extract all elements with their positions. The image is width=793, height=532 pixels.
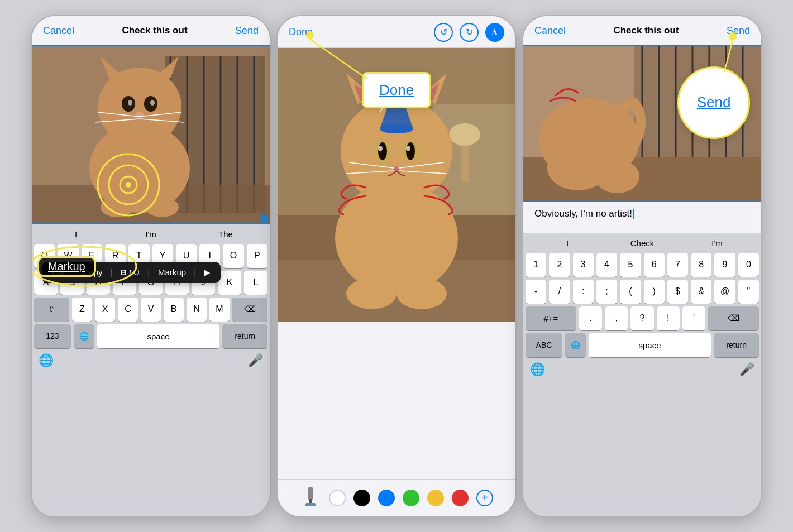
mic-icon-1[interactable]: 🎤 — [248, 353, 263, 368]
keyboard-3-row-1: 1 2 3 4 5 6 7 8 9 0 — [526, 253, 759, 277]
key-globe-3[interactable]: 🌐 — [565, 333, 586, 357]
key-question[interactable]: ? — [630, 306, 653, 330]
svg-point-78 — [595, 160, 639, 193]
key-return-3[interactable]: return — [714, 333, 759, 357]
key-c[interactable]: C — [118, 298, 138, 322]
marker-button[interactable]: 𝐀 — [485, 23, 504, 42]
svg-point-58 — [380, 124, 413, 133]
key-v[interactable]: V — [141, 298, 161, 322]
format-button[interactable]: B I U — [115, 262, 145, 282]
key-z[interactable]: Z — [72, 298, 92, 322]
undo-button[interactable]: ↺ — [434, 23, 453, 42]
key-space[interactable]: space — [97, 324, 220, 348]
key-2[interactable]: 2 — [549, 253, 570, 277]
key-space-3[interactable]: space — [589, 333, 711, 357]
keyboard-row-4: 123 🌐 space return — [34, 324, 267, 348]
key-dash[interactable]: - — [526, 280, 546, 304]
key-delete[interactable]: ⌫ — [232, 298, 267, 322]
suggestion-1[interactable]: I — [39, 229, 113, 239]
key-globe[interactable]: 🌐 — [74, 324, 94, 348]
key-k[interactable]: K — [218, 271, 241, 295]
cancel-button-1[interactable]: Cancel — [43, 25, 74, 37]
send-button-1[interactable]: Send — [235, 25, 259, 37]
key-slash[interactable]: / — [549, 280, 570, 304]
key-quote[interactable]: " — [738, 280, 759, 304]
svg-point-16 — [150, 100, 155, 106]
suggestion-3-3[interactable]: I'm — [680, 238, 754, 248]
key-dollar[interactable]: $ — [667, 280, 688, 304]
phone-2: Done ↺ ↻ 𝐀 — [276, 15, 517, 517]
key-colon[interactable]: : — [573, 280, 594, 304]
color-green[interactable] — [403, 490, 419, 506]
suggestion-3-1[interactable]: I — [530, 238, 605, 248]
send-button-3[interactable]: Send — [727, 25, 750, 37]
key-1[interactable]: 1 — [526, 253, 546, 277]
globe-icon-1[interactable]: 🌐 — [39, 353, 54, 368]
key-apostrophe[interactable]: ' — [682, 306, 705, 330]
top-bar-3: Cancel Check this out Send — [523, 16, 761, 45]
key-comma[interactable]: , — [605, 306, 628, 330]
key-semicolon[interactable]: ; — [596, 280, 617, 304]
keyboard-3: I Check I'm 1 2 3 4 5 6 7 8 9 0 - / : ; … — [523, 233, 761, 516]
key-lparen[interactable]: ( — [620, 280, 641, 304]
key-9[interactable]: 9 — [714, 253, 735, 277]
title-3: Check this out — [613, 25, 679, 36]
done-button[interactable]: Done — [289, 26, 313, 38]
key-7[interactable]: 7 — [667, 253, 688, 277]
key-abc[interactable]: ABC — [526, 333, 562, 357]
markup-button[interactable]: Markup — [152, 262, 192, 282]
key-return[interactable]: return — [222, 324, 267, 348]
color-black[interactable] — [353, 490, 370, 506]
key-3[interactable]: 3 — [573, 253, 594, 277]
keyboard-3-row-3: #+= . , ? ! ' ⌫ — [526, 306, 759, 330]
suggestion-3-2[interactable]: Check — [605, 238, 680, 248]
key-8[interactable]: 8 — [691, 253, 711, 277]
mic-icon-3[interactable]: 🎤 — [739, 362, 754, 377]
keyboard-bottom-3: 🌐 🎤 — [526, 360, 759, 378]
color-red[interactable] — [452, 490, 469, 506]
key-p[interactable]: P — [247, 244, 267, 268]
color-white[interactable] — [329, 490, 346, 506]
globe-icon-3[interactable]: 🌐 — [530, 362, 545, 377]
cancel-button-3[interactable]: Cancel — [534, 25, 566, 37]
key-b[interactable]: B — [164, 298, 184, 322]
key-amp[interactable]: & — [691, 280, 711, 304]
color-blue[interactable] — [378, 490, 395, 506]
done-popup-label: Done — [379, 82, 414, 98]
key-shift[interactable]: ⇧ — [34, 298, 69, 322]
message-text: Obviously, I'm no artist! — [534, 208, 632, 219]
message-text-area[interactable]: Obviously, I'm no artist! — [523, 202, 761, 233]
suggestion-2[interactable]: I'm — [113, 229, 188, 239]
key-x[interactable]: X — [95, 298, 115, 322]
keyboard-suggestions-1: I I'm The — [34, 227, 267, 241]
cut-button[interactable]: Cut — [46, 262, 70, 282]
key-6[interactable]: 6 — [644, 253, 665, 277]
key-4[interactable]: 4 — [596, 253, 617, 277]
key-o[interactable]: O — [223, 244, 243, 268]
svg-point-49 — [406, 146, 410, 151]
key-m[interactable]: M — [209, 298, 230, 322]
brush-tool-button[interactable] — [300, 487, 321, 509]
key-delete-3[interactable]: ⌫ — [708, 306, 759, 330]
more-button[interactable]: ▶ — [198, 262, 216, 283]
key-rparen[interactable]: ) — [644, 280, 665, 304]
cat-svg-1 — [32, 45, 270, 224]
key-n[interactable]: N — [187, 298, 207, 322]
add-color-button[interactable]: + — [476, 490, 493, 506]
svg-point-29 — [260, 214, 268, 222]
done-popup: Done — [362, 72, 431, 108]
redo-button[interactable]: ↻ — [460, 23, 479, 42]
key-5[interactable]: 5 — [620, 253, 641, 277]
key-l[interactable]: L — [244, 271, 267, 295]
color-yellow[interactable] — [427, 490, 444, 506]
key-hashplus[interactable]: #+= — [526, 306, 576, 330]
svg-point-56 — [396, 278, 447, 309]
image-area-1 — [32, 45, 270, 224]
key-at[interactable]: @ — [714, 280, 735, 304]
key-period[interactable]: . — [579, 306, 602, 330]
copy-button[interactable]: Copy — [78, 262, 108, 282]
suggestion-3[interactable]: The — [188, 229, 263, 239]
key-123[interactable]: 123 — [34, 324, 71, 348]
key-0[interactable]: 0 — [738, 253, 759, 277]
key-exclaim[interactable]: ! — [657, 306, 680, 330]
